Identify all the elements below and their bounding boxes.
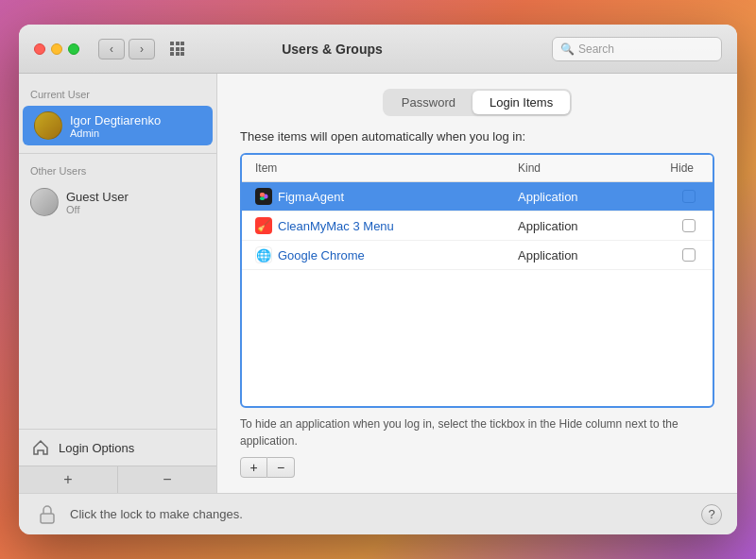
row-item-cell: 🧹 CleanMyMac 3 Menu [251, 215, 514, 236]
current-user-name: Igor Degtiarenko [70, 113, 161, 127]
row-name: CleanMyMac 3 Menu [278, 219, 394, 233]
row-kind: Application [514, 188, 646, 206]
house-icon [30, 437, 51, 458]
chrome-icon: 🌐 [255, 246, 272, 263]
table-empty-space [242, 270, 713, 383]
row-kind: Application [514, 217, 646, 235]
search-placeholder: Search [578, 42, 614, 56]
sidebar: Current User Igor Degtiarenko Admin Othe… [19, 74, 217, 493]
hint-text: To hide an application when you log in, … [240, 415, 714, 449]
guest-user-sub: Off [66, 204, 129, 215]
help-button[interactable]: ? [701, 504, 722, 525]
checkbox-cell [646, 219, 703, 232]
login-options-item[interactable]: Login Options [19, 429, 216, 466]
search-icon: 🔍 [560, 42, 575, 56]
svg-rect-4 [260, 193, 265, 196]
row-name: Google Chrome [278, 248, 365, 263]
figma-icon [255, 188, 272, 205]
current-user-info: Igor Degtiarenko Admin [70, 113, 161, 139]
row-name: FigmaAgent [278, 190, 344, 204]
hide-checkbox[interactable] [682, 190, 696, 203]
lock-icon[interactable] [34, 501, 60, 528]
tab-password[interactable]: Password [385, 91, 472, 114]
sidebar-spacer [19, 222, 216, 429]
login-options-label: Login Options [59, 441, 134, 455]
lock-text: Click the lock to make changes. [70, 507, 692, 521]
col-header-kind: Kind [514, 159, 646, 178]
checkbox-cell [646, 190, 703, 203]
row-kind: Application [514, 246, 646, 264]
items-table: Item Kind Hide [240, 153, 714, 408]
table-header: Item Kind Hide [242, 155, 713, 182]
row-item-cell: 🌐 Google Chrome [251, 245, 514, 265]
cleanmymac-icon: 🧹 [255, 217, 272, 234]
main-content: Current User Igor Degtiarenko Admin Othe… [19, 74, 737, 493]
content-area: Password Login Items These items will op… [217, 74, 737, 493]
search-bar[interactable]: 🔍 Search [552, 37, 722, 61]
traffic-lights [34, 43, 79, 55]
description-text: These items will open automatically when… [240, 129, 714, 144]
guest-avatar [30, 188, 59, 216]
current-user-role: Admin [70, 127, 161, 139]
back-button[interactable]: ‹ [98, 39, 125, 59]
tab-bar: Password Login Items [240, 89, 714, 116]
table-row[interactable]: FigmaAgent Application [242, 182, 713, 212]
remove-user-button[interactable]: − [118, 466, 216, 493]
checkbox-cell [646, 248, 703, 262]
table-action-buttons: + − [240, 457, 295, 478]
tab-login-items[interactable]: Login Items [472, 91, 570, 114]
svg-rect-5 [41, 514, 54, 523]
tab-group: Password Login Items [383, 89, 572, 116]
table-row[interactable]: 🌐 Google Chrome Application [242, 241, 713, 270]
close-button[interactable] [34, 43, 45, 55]
sidebar-bottom-buttons: + − [19, 466, 216, 493]
add-item-button[interactable]: + [240, 457, 267, 478]
svg-rect-3 [260, 197, 265, 201]
other-users-label: Other Users [19, 161, 216, 182]
minimize-button[interactable] [51, 43, 62, 55]
guest-user-name: Guest User [66, 190, 129, 204]
avatar [34, 111, 62, 140]
remove-item-button[interactable]: − [267, 457, 295, 478]
add-user-button[interactable]: + [19, 466, 118, 493]
col-header-hide: Hide [646, 159, 703, 178]
current-user-label: Current User [19, 85, 216, 106]
title-bar: ‹ › Users & Groups 🔍 Search [19, 25, 737, 74]
table-row[interactable]: 🧹 CleanMyMac 3 Menu Application [242, 212, 713, 241]
sidebar-item-current-user[interactable]: Igor Degtiarenko Admin [23, 106, 213, 145]
col-header-item: Item [251, 159, 514, 178]
maximize-button[interactable] [68, 43, 79, 55]
bottom-bar: Click the lock to make changes. ? [19, 493, 737, 534]
window-title: Users & Groups [124, 42, 541, 57]
sidebar-item-guest[interactable]: Guest User Off [19, 182, 216, 222]
row-item-cell: FigmaAgent [251, 186, 514, 207]
sidebar-divider [19, 153, 216, 154]
hide-checkbox[interactable] [682, 248, 696, 262]
guest-user-info: Guest User Off [66, 190, 129, 215]
hide-checkbox[interactable] [682, 219, 696, 232]
main-window: ‹ › Users & Groups 🔍 Search Current User [19, 25, 737, 534]
